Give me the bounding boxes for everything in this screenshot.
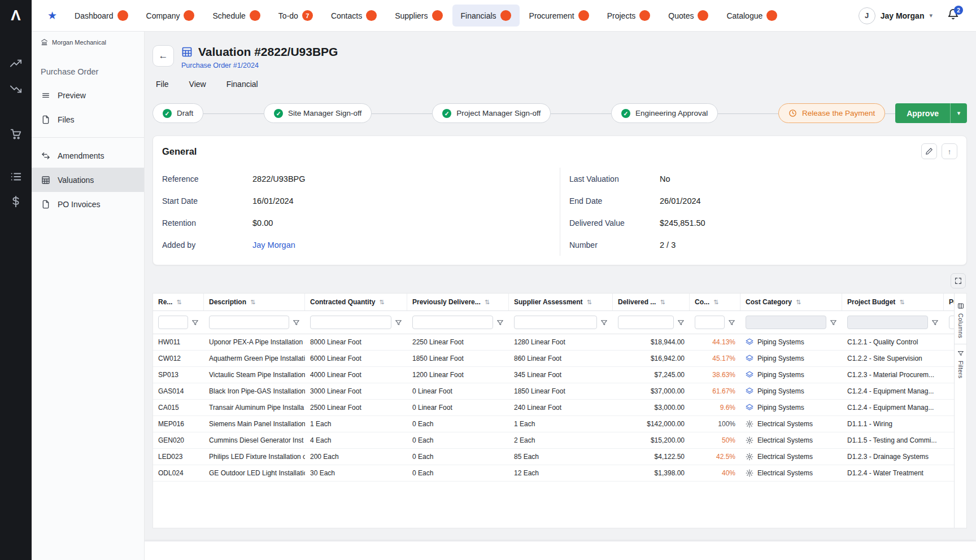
filter-input[interactable] bbox=[209, 316, 289, 329]
column-header-pu[interactable]: Pu...⇅ bbox=[944, 294, 954, 310]
sidebar-item-po-invoices[interactable]: PO Invoices bbox=[32, 192, 144, 216]
trending-down-icon[interactable] bbox=[10, 82, 22, 95]
table-filter-row bbox=[153, 311, 954, 334]
funnel-icon[interactable] bbox=[931, 319, 939, 326]
workflow-step-engineering-approval[interactable]: ✓Engineering Approval bbox=[611, 103, 718, 123]
column-header-cost-category[interactable]: Cost Category⇅ bbox=[740, 294, 842, 310]
sort-icon[interactable]: ⇅ bbox=[379, 299, 384, 306]
table-scroll-area[interactable]: Re...⇅ Description⇅ Contracted Quantity⇅… bbox=[153, 294, 954, 528]
nav-item-procurement[interactable]: Procurement bbox=[521, 5, 598, 27]
user-menu[interactable]: J Jay Morgan ▾ bbox=[859, 7, 933, 24]
list-icon[interactable] bbox=[10, 170, 22, 183]
nav-item-company[interactable]: Company bbox=[138, 5, 203, 27]
table-row[interactable]: ODL024 GE Outdoor LED Light Installatio … bbox=[153, 465, 954, 482]
nav-item-schedule[interactable]: Schedule bbox=[204, 5, 268, 27]
filter-input[interactable] bbox=[158, 316, 188, 329]
column-header-previously-delivere[interactable]: Previously Delivere...⇅ bbox=[407, 294, 509, 310]
table-row[interactable]: LED023 Philips LED Fixture Installation … bbox=[153, 449, 954, 465]
table-row[interactable]: HW011 Uponor PEX-A Pipe Installation ( 8… bbox=[153, 334, 954, 351]
purchase-order-link[interactable]: Purchase Order #1/2024 bbox=[181, 62, 338, 69]
app-root: Λ ★ Dashboard Company Schedule To-do7 Co… bbox=[0, 0, 976, 560]
column-header-project-budget[interactable]: Project Budget⇅ bbox=[842, 294, 944, 310]
collapse-button[interactable]: ↑ bbox=[942, 143, 957, 159]
sidebar-item-preview[interactable]: Preview bbox=[32, 83, 144, 107]
expand-table-button[interactable] bbox=[951, 273, 966, 288]
workflow-step-site-manager-sign-off[interactable]: ✓Site Manager Sign-off bbox=[264, 103, 372, 123]
table-row[interactable]: CA015 Transair Aluminum Pipe Installa 25… bbox=[153, 400, 954, 416]
sort-icon[interactable]: ⇅ bbox=[485, 299, 490, 306]
field-label: End Date bbox=[569, 196, 660, 205]
sort-icon[interactable]: ⇅ bbox=[250, 299, 255, 306]
nav-item-dashboard[interactable]: Dashboard bbox=[66, 5, 137, 27]
workflow-step-draft[interactable]: ✓Draft bbox=[152, 103, 203, 123]
main-content: ← Valuation #2822/U93BPG Purchase Order … bbox=[145, 32, 976, 560]
menu-financial[interactable]: Financial bbox=[226, 80, 258, 89]
columns-tab[interactable]: Columns bbox=[955, 297, 966, 344]
table-row[interactable]: SP013 Victaulic Steam Pipe Installation … bbox=[153, 367, 954, 383]
menu-file[interactable]: File bbox=[156, 80, 169, 89]
nav-item-to-do[interactable]: To-do7 bbox=[270, 5, 321, 27]
workflow-step-release-the-payment[interactable]: Release the Payment bbox=[778, 103, 885, 123]
nav-item-contacts[interactable]: Contacts bbox=[323, 5, 385, 27]
back-button[interactable]: ← bbox=[152, 45, 174, 67]
org-breadcrumb[interactable]: Morgan Mechanical bbox=[32, 32, 144, 51]
column-header-description[interactable]: Description⇅ bbox=[204, 294, 305, 310]
sort-icon[interactable]: ⇅ bbox=[899, 299, 904, 306]
workflow-step-project-manager-sign-off[interactable]: ✓Project Manager Sign-off bbox=[432, 103, 551, 123]
cell-previously-delivered: 1850 Linear Foot bbox=[407, 355, 509, 362]
sort-icon[interactable]: ⇅ bbox=[176, 299, 181, 306]
table-row[interactable]: MEP016 Siemens Main Panel Installation 1… bbox=[153, 416, 954, 432]
table-row[interactable]: GAS014 Black Iron Pipe-GAS Installation … bbox=[153, 383, 954, 400]
sort-icon[interactable]: ⇅ bbox=[587, 299, 592, 306]
field-label: Reference bbox=[162, 174, 252, 183]
menu-view[interactable]: View bbox=[189, 80, 206, 89]
filter-input[interactable] bbox=[949, 316, 954, 329]
column-header-contracted-quantity[interactable]: Contracted Quantity⇅ bbox=[305, 294, 407, 310]
filter-input[interactable] bbox=[695, 316, 725, 329]
filter-input[interactable] bbox=[847, 316, 928, 329]
edit-button[interactable] bbox=[921, 143, 937, 159]
sort-icon[interactable]: ⇅ bbox=[796, 299, 801, 306]
column-header-supplier-assessment[interactable]: Supplier Assessment⇅ bbox=[509, 294, 613, 310]
nav-item-financials[interactable]: Financials bbox=[452, 5, 520, 27]
field-value[interactable]: Jay Morgan bbox=[252, 240, 295, 250]
nav-item-projects[interactable]: Projects bbox=[599, 5, 659, 27]
notifications-button[interactable]: 2 bbox=[947, 8, 959, 23]
filter-cell bbox=[613, 316, 690, 329]
sidebar-item-files[interactable]: Files bbox=[32, 107, 144, 132]
cart-icon[interactable] bbox=[10, 128, 22, 140]
filter-input[interactable] bbox=[412, 316, 493, 329]
nav-item-catalogue[interactable]: Catalogue bbox=[718, 5, 786, 27]
funnel-icon[interactable] bbox=[830, 319, 837, 326]
filter-input[interactable] bbox=[310, 316, 391, 329]
filters-tab[interactable]: Filters bbox=[955, 344, 966, 384]
nav-item-suppliers[interactable]: Suppliers bbox=[386, 5, 451, 27]
funnel-icon[interactable] bbox=[728, 319, 735, 326]
column-header-re[interactable]: Re...⇅ bbox=[153, 294, 204, 310]
sidebar-item-amendments[interactable]: Amendments bbox=[32, 143, 144, 168]
filter-input[interactable] bbox=[514, 316, 597, 329]
column-header-delivered[interactable]: Delivered ...⇅ bbox=[613, 294, 690, 310]
cell-project-budget: D1.1.5 - Testing and Commi... bbox=[842, 436, 944, 444]
trending-up-icon[interactable] bbox=[10, 58, 22, 70]
app-logo[interactable]: Λ bbox=[0, 0, 32, 32]
table-row[interactable]: GEN020 Cummins Diesel Generator Inst 4 E… bbox=[153, 432, 954, 449]
approve-button[interactable]: Approve bbox=[895, 103, 950, 123]
sort-icon[interactable]: ⇅ bbox=[660, 299, 665, 306]
funnel-icon[interactable] bbox=[395, 319, 402, 326]
nav-item-quotes[interactable]: Quotes bbox=[660, 5, 717, 27]
table-row[interactable]: CW012 Aquatherm Green Pipe Installati 60… bbox=[153, 351, 954, 367]
funnel-icon[interactable] bbox=[600, 319, 608, 326]
sort-icon[interactable]: ⇅ bbox=[713, 299, 718, 306]
approve-dropdown-button[interactable]: ▾ bbox=[950, 103, 967, 123]
funnel-icon[interactable] bbox=[293, 319, 300, 326]
filter-input[interactable] bbox=[746, 316, 826, 329]
favorites-star-icon[interactable]: ★ bbox=[47, 9, 57, 22]
sidebar-item-valuations[interactable]: Valuations bbox=[32, 168, 144, 192]
filter-input[interactable] bbox=[618, 316, 674, 329]
funnel-icon[interactable] bbox=[677, 319, 685, 326]
funnel-icon[interactable] bbox=[496, 319, 504, 326]
column-header-co[interactable]: Co...⇅ bbox=[690, 294, 740, 310]
dollar-icon[interactable] bbox=[10, 195, 22, 208]
funnel-icon[interactable] bbox=[191, 319, 199, 326]
